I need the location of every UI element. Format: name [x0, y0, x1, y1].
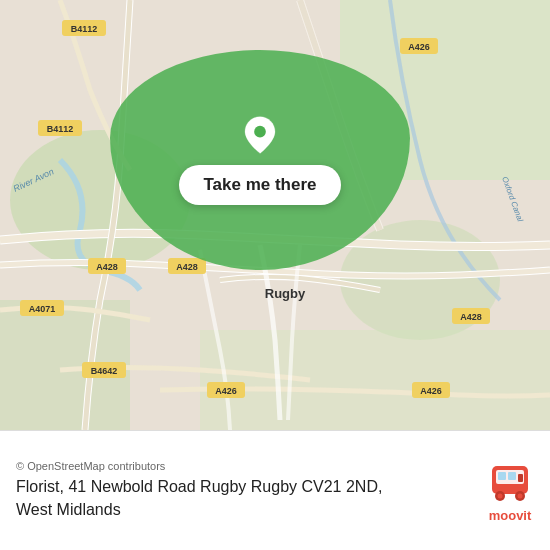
svg-rect-5 [200, 330, 550, 430]
info-panel: © OpenStreetMap contributors Florist, 41… [0, 430, 550, 550]
location-pin-icon [240, 115, 280, 155]
svg-text:A426: A426 [408, 42, 430, 52]
svg-text:B4112: B4112 [71, 24, 98, 34]
moovit-logo: moovit [486, 458, 534, 523]
svg-point-29 [254, 126, 266, 138]
svg-point-33 [498, 494, 503, 499]
copyright-text: © OpenStreetMap contributors [16, 460, 474, 472]
svg-text:B4642: B4642 [91, 366, 118, 376]
address-line2: West Midlands [16, 501, 121, 518]
svg-text:A426: A426 [420, 386, 442, 396]
svg-rect-37 [508, 472, 516, 480]
svg-text:A428: A428 [460, 312, 482, 322]
svg-text:A426: A426 [215, 386, 237, 396]
svg-text:B4112: B4112 [47, 124, 74, 134]
take-me-there-button[interactable]: Take me there [179, 165, 340, 205]
address-line1: Florist, 41 Newbold Road Rugby Rugby CV2… [16, 478, 382, 495]
map-container: B4112 B4112 A426 A428 A428 A428 A4071 B4… [0, 0, 550, 430]
address-text: Florist, 41 Newbold Road Rugby Rugby CV2… [16, 476, 474, 521]
svg-rect-38 [518, 474, 523, 482]
svg-text:A4071: A4071 [29, 304, 56, 314]
svg-text:A428: A428 [176, 262, 198, 272]
moovit-label: moovit [489, 508, 532, 523]
svg-text:Rugby: Rugby [265, 286, 306, 301]
svg-text:A428: A428 [96, 262, 118, 272]
moovit-icon [486, 458, 534, 506]
svg-rect-36 [498, 472, 506, 480]
svg-point-35 [518, 494, 523, 499]
address-info: © OpenStreetMap contributors Florist, 41… [16, 460, 474, 521]
